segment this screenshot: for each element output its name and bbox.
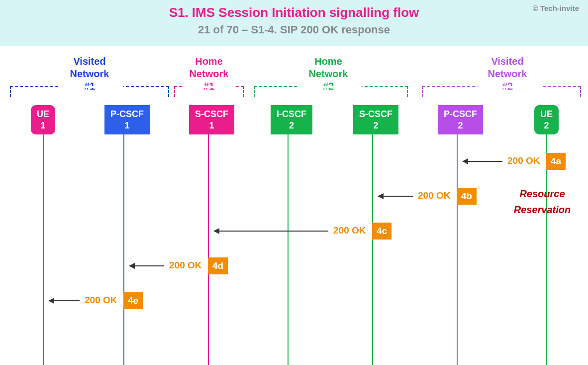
lifeline-pcscf1: [123, 133, 124, 365]
msg-4b-text: 200 OK: [418, 190, 450, 201]
msg-4a-badge: 4a: [546, 153, 566, 170]
annotation-resource-reservation: Resource Reservation: [502, 186, 582, 218]
lifeline-pcscf2: [457, 133, 458, 365]
header: © Tech-invite S1. IMS Session Initiation…: [0, 0, 588, 46]
node-pcscf1: P-CSCF 1: [104, 105, 150, 134]
msg-4d-badge: 4d: [208, 257, 228, 274]
arrow-4e: [49, 300, 80, 301]
arrow-4b: [378, 196, 413, 197]
msg-4d-text: 200 OK: [169, 260, 201, 271]
arrow-4c: [214, 231, 328, 232]
bracket-visited2: [422, 86, 581, 97]
node-scscf2: S-CSCF 2: [353, 105, 398, 134]
msg-4b-badge: 4b: [457, 188, 477, 205]
bracket-home1: [174, 86, 244, 97]
msg-4a-text: 200 OK: [507, 155, 540, 166]
node-scscf1: S-CSCF 1: [189, 105, 234, 134]
arrow-4a: [463, 161, 502, 162]
bracket-home2: [254, 86, 408, 97]
sequence-diagram: Visited Network #1 Home Network #1 Home …: [0, 46, 588, 365]
node-ue1: UE 1: [31, 105, 55, 134]
msg-4e-text: 200 OK: [85, 295, 117, 306]
diagram-subtitle: 21 of 70 – S1-4. SIP 200 OK response: [0, 23, 588, 36]
lifeline-scscf2: [372, 133, 373, 365]
msg-4c-badge: 4c: [372, 223, 392, 240]
node-pcscf2: P-CSCF 2: [438, 105, 483, 134]
msg-4c-text: 200 OK: [333, 225, 366, 236]
lifeline-icscf2: [288, 133, 289, 365]
node-ue2: UE 2: [534, 105, 559, 134]
node-icscf2: I-CSCF 2: [271, 105, 312, 134]
diagram-title: S1. IMS Session Initiation signalling fl…: [0, 5, 588, 20]
lifeline-ue1: [43, 133, 44, 365]
copyright-text: © Tech-invite: [533, 4, 579, 12]
msg-4e-badge: 4e: [123, 292, 143, 309]
arrow-4d: [129, 265, 164, 266]
lifeline-scscf1: [208, 133, 209, 365]
bracket-visited1: [10, 86, 169, 97]
